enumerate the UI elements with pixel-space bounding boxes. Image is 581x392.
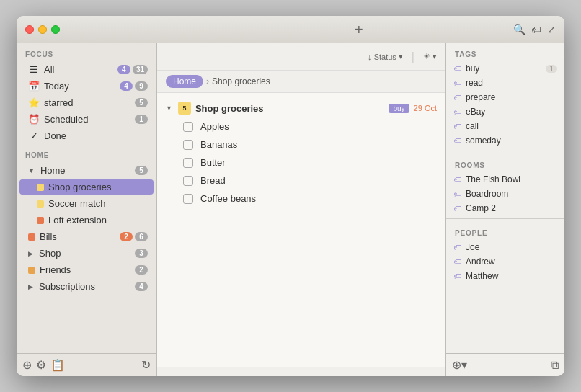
room-fishbowl[interactable]: 🏷 The Fish Bowl bbox=[446, 172, 564, 187]
task-buy-badge[interactable]: buy bbox=[389, 104, 409, 113]
breadcrumb: Home › Shop groceries bbox=[157, 71, 445, 93]
all-icon: ☰ bbox=[28, 64, 40, 75]
person-andrew[interactable]: 🏷 Andrew bbox=[446, 254, 564, 269]
shop-groceries-label: Shop groceries bbox=[48, 182, 148, 192]
today-badge1: 4 bbox=[120, 81, 133, 91]
breadcrumb-parent[interactable]: Home bbox=[166, 75, 203, 88]
sidebar-settings-button[interactable]: ⚙ bbox=[36, 358, 46, 372]
maximize-button[interactable] bbox=[51, 25, 60, 34]
task-checkbox-coffee-beans[interactable] bbox=[183, 194, 193, 204]
sidebar-item-bills[interactable]: Bills 2 6 bbox=[19, 229, 154, 244]
task-group-chevron[interactable]: ▼ bbox=[166, 104, 172, 112]
rooms-divider bbox=[446, 151, 564, 151]
rooms-header: ROOMS bbox=[446, 154, 564, 172]
sidebar-item-all[interactable]: ☰ All 4 31 bbox=[19, 62, 154, 77]
room-boardroom-icon: 🏷 bbox=[453, 190, 461, 198]
tag-ebay-icon: 🏷 bbox=[453, 107, 461, 116]
task-label-butter: Butter bbox=[200, 157, 226, 168]
sidebar-item-subscriptions[interactable]: ▶ Subscriptions 4 bbox=[19, 279, 154, 294]
expand-icon[interactable]: ⤢ bbox=[547, 24, 556, 35]
home-badge: 5 bbox=[135, 166, 148, 175]
all-label: All bbox=[44, 64, 113, 75]
room-camp2[interactable]: 🏷 Camp 2 bbox=[446, 201, 564, 215]
tag-icon[interactable]: 🏷 bbox=[531, 24, 541, 35]
room-boardroom-label: Boardroom bbox=[466, 189, 557, 199]
sidebar-footer: ⊕ ⚙ 📋 ↻ bbox=[17, 353, 156, 376]
room-camp2-label: Camp 2 bbox=[466, 203, 557, 213]
bills-badge1: 2 bbox=[120, 232, 133, 241]
sidebar-item-scheduled[interactable]: ⏰ Scheduled 1 bbox=[19, 112, 154, 127]
sidebar-item-shop[interactable]: ▶ Shop 3 bbox=[19, 246, 154, 261]
right-link-button[interactable]: ⧉ bbox=[551, 359, 559, 372]
starred-label: starred bbox=[44, 97, 130, 108]
sidebar-calendar-button[interactable]: 📋 bbox=[50, 358, 65, 372]
tag-read[interactable]: 🏷 read bbox=[446, 76, 564, 90]
sidebar-add-button[interactable]: ⊕ bbox=[22, 358, 32, 372]
tag-ebay[interactable]: 🏷 eBay bbox=[446, 104, 564, 119]
breadcrumb-current: Shop groceries bbox=[212, 76, 270, 86]
tag-prepare[interactable]: 🏷 prepare bbox=[446, 90, 564, 104]
breadcrumb-separator: › bbox=[206, 76, 209, 86]
person-joe-label: Joe bbox=[466, 242, 557, 252]
traffic-lights bbox=[25, 25, 60, 34]
right-chevron: ▾ bbox=[461, 358, 467, 372]
task-item-bread[interactable]: Bread bbox=[157, 172, 445, 190]
person-andrew-label: Andrew bbox=[466, 257, 557, 267]
task-checkbox-bananas[interactable] bbox=[183, 140, 193, 150]
tag-buy-count: 1 bbox=[546, 65, 557, 73]
add-button[interactable]: + bbox=[349, 22, 369, 37]
main-footer bbox=[157, 367, 445, 376]
tag-ebay-label: eBay bbox=[466, 107, 557, 117]
friends-dot bbox=[28, 267, 35, 274]
task-item-bananas[interactable]: Bananas bbox=[157, 135, 445, 153]
sidebar-item-today[interactable]: 📅 Today 4 9 bbox=[19, 79, 154, 94]
sidebar-sync-button[interactable]: ↻ bbox=[141, 358, 151, 372]
sidebar-item-friends[interactable]: Friends 2 bbox=[19, 262, 154, 277]
sidebar-item-starred[interactable]: ⭐ starred 5 bbox=[19, 95, 154, 110]
tag-buy[interactable]: 🏷 buy 1 bbox=[446, 61, 564, 76]
bills-label: Bills bbox=[40, 231, 115, 242]
room-camp2-icon: 🏷 bbox=[453, 204, 461, 213]
sort-icon: ☀ bbox=[423, 52, 430, 61]
scheduled-label: Scheduled bbox=[44, 114, 130, 125]
room-fishbowl-label: The Fish Bowl bbox=[466, 174, 557, 184]
close-button[interactable] bbox=[25, 25, 34, 34]
search-icon[interactable]: 🔍 bbox=[513, 24, 525, 35]
home-label: Home bbox=[40, 165, 130, 176]
tag-call[interactable]: 🏷 call bbox=[446, 119, 564, 133]
starred-badge: 5 bbox=[135, 98, 148, 107]
main-window: + 🔍 🏷 ⤢ FOCUS ☰ All 4 31 📅 Today bbox=[17, 16, 564, 376]
scheduled-icon: ⏰ bbox=[28, 114, 40, 125]
task-checkbox-butter[interactable] bbox=[183, 158, 193, 168]
people-header: PEOPLE bbox=[446, 222, 564, 240]
sidebar-item-done[interactable]: ✓ Done bbox=[19, 128, 154, 143]
task-checkbox-bread[interactable] bbox=[183, 176, 193, 186]
task-date: 29 Oct bbox=[414, 104, 437, 112]
task-item-apples[interactable]: Apples bbox=[157, 117, 445, 135]
sidebar: FOCUS ☰ All 4 31 📅 Today 4 9 ⭐ starred bbox=[17, 43, 157, 376]
right-add-button[interactable]: ⊕ bbox=[452, 358, 461, 372]
person-matthew[interactable]: 🏷 Matthew bbox=[446, 269, 564, 283]
tag-buy-icon: 🏷 bbox=[453, 64, 461, 73]
room-fishbowl-icon: 🏷 bbox=[453, 175, 461, 184]
sidebar-item-soccer-match[interactable]: Soccer match bbox=[19, 196, 154, 211]
sidebar-item-loft-extension[interactable]: Loft extension bbox=[19, 213, 154, 228]
sidebar-item-home[interactable]: ▼ Home 5 bbox=[19, 163, 154, 178]
task-item-butter[interactable]: Butter bbox=[157, 153, 445, 172]
person-joe[interactable]: 🏷 Joe bbox=[446, 240, 564, 254]
tag-prepare-icon: 🏷 bbox=[453, 93, 461, 102]
loft-extension-dot bbox=[37, 217, 44, 224]
sidebar-item-shop-groceries[interactable]: Shop groceries bbox=[19, 179, 154, 195]
sort-settings-button[interactable]: ☀ ▾ bbox=[423, 52, 437, 61]
today-badge2: 9 bbox=[135, 81, 148, 91]
all-badge2: 31 bbox=[133, 65, 148, 74]
bills-dot bbox=[28, 233, 35, 241]
task-item-coffee-beans[interactable]: Coffee beans bbox=[157, 190, 445, 208]
room-boardroom[interactable]: 🏷 Boardroom bbox=[446, 187, 564, 201]
minimize-button[interactable] bbox=[38, 25, 47, 34]
task-checkbox-apples[interactable] bbox=[183, 122, 193, 132]
sort-status-button[interactable]: ↓ Status ▾ bbox=[368, 52, 403, 61]
tag-someday[interactable]: 🏷 someday bbox=[446, 133, 564, 148]
people-divider bbox=[446, 218, 564, 219]
sort-chevron-icon: ▾ bbox=[399, 52, 403, 61]
